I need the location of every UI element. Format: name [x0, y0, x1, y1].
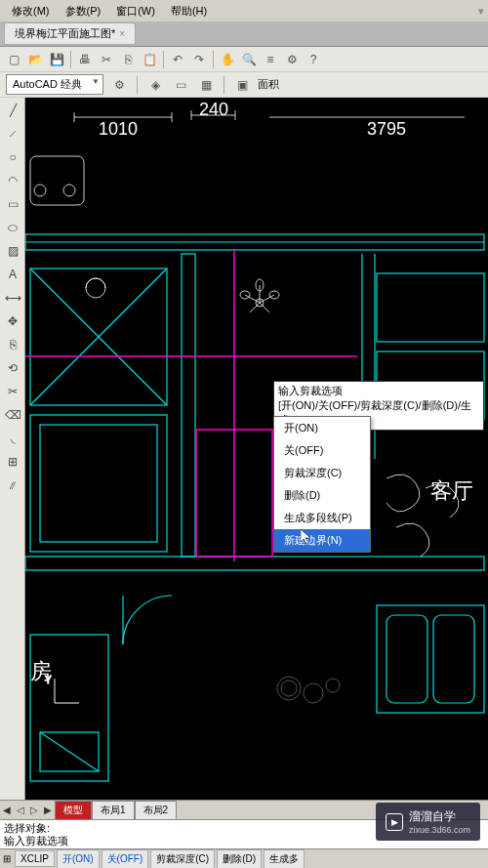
save-icon[interactable]: 💾 [47, 50, 66, 69]
tab-nav-next[interactable]: ▷ [27, 805, 41, 815]
status-delete[interactable]: 删除(D) [217, 849, 262, 869]
block-icon[interactable]: ▭ [171, 75, 190, 95]
context-item-on[interactable]: 开(ON) [274, 417, 370, 439]
status-xclip[interactable]: XCLIP [15, 850, 55, 867]
dim-icon[interactable]: ⟷ [2, 287, 23, 309]
status-gen[interactable]: 生成多 [264, 849, 305, 869]
new-icon[interactable]: ▢ [4, 50, 23, 69]
array-icon[interactable]: ⊞ [2, 451, 23, 473]
svg-line-25 [40, 732, 99, 771]
svg-rect-9 [182, 254, 195, 557]
svg-rect-23 [30, 635, 108, 781]
context-item-off[interactable]: 关(OFF) [274, 439, 370, 462]
svg-rect-22 [433, 615, 474, 703]
context-item-depth[interactable]: 剪裁深度(C) [274, 462, 370, 484]
hatch-icon[interactable]: ▦ [196, 75, 216, 95]
ellipse-icon[interactable]: ⬭ [2, 217, 23, 238]
circle-icon[interactable]: ○ [2, 146, 23, 168]
svg-text:Y: Y [45, 675, 52, 685]
draw-toolbar: ╱ ⟋ ○ ◠ ▭ ⬭ ▨ A ⟷ ✥ ⎘ ⟲ ✂ ⌫ ◟ ⊞ ⫽ [0, 98, 25, 800]
tab-nav-last[interactable]: ▶ [41, 805, 55, 815]
layers-icon[interactable]: ≡ [261, 50, 280, 69]
gear-icon[interactable]: ⚙ [109, 75, 129, 95]
zoom-icon[interactable]: 🔍 [239, 50, 259, 69]
main-toolbar: ▢ 📂 💾 🖶 ✂ ⎘ 📋 ↶ ↷ ✋ 🔍 ≡ ⚙ ? [0, 47, 488, 72]
polyline-icon[interactable]: ⟋ [2, 123, 23, 145]
svg-point-41 [326, 679, 340, 692]
svg-rect-30 [30, 156, 84, 205]
svg-rect-21 [386, 615, 427, 703]
context-item-boundary[interactable]: 新建边界(N) [274, 529, 370, 552]
menu-params[interactable]: 参数(P) [58, 2, 109, 21]
tab-layout1[interactable]: 布局1 [92, 801, 135, 820]
tab-model[interactable]: 模型 [55, 801, 92, 820]
arc-icon[interactable]: ◠ [2, 170, 23, 191]
menu-help[interactable]: 帮助(H) [163, 2, 215, 21]
document-tabbar: 境界梅江平面施工图* × [0, 21, 488, 47]
pan-icon[interactable]: ✋ [218, 50, 237, 69]
dim-1010: 1010 [99, 119, 138, 139]
status-bar: ⊞ XCLIP 开(ON) 关(OFF) 剪裁深度(C) 删除(D) 生成多 [0, 848, 488, 868]
svg-rect-10 [25, 557, 484, 570]
area-icon[interactable]: ▣ [232, 75, 252, 95]
hatch-tool-icon[interactable]: ▨ [2, 240, 23, 262]
workspace: ╱ ⟋ ○ ◠ ▭ ⬭ ▨ A ⟷ ✥ ⎘ ⟲ ✂ ⌫ ◟ ⊞ ⫽ [0, 98, 488, 800]
copy-tool-icon[interactable]: ⎘ [2, 334, 23, 355]
document-tab[interactable]: 境界梅江平面施工图* × [4, 22, 136, 45]
properties-icon[interactable]: ⚙ [282, 50, 302, 69]
menubar: 修改(M) 参数(P) 窗口(W) 帮助(H) ▾ [0, 0, 488, 21]
cut-icon[interactable]: ✂ [97, 50, 116, 69]
area-label: 面积 [258, 77, 279, 92]
watermark: ▶ 溜溜自学 zixue.3d66.com [376, 803, 480, 841]
tab-close-icon[interactable]: × [119, 28, 125, 39]
trim-icon[interactable]: ✂ [2, 381, 23, 402]
move-icon[interactable]: ✥ [2, 310, 23, 332]
status-depth[interactable]: 剪裁深度(C) [150, 849, 215, 869]
svg-point-31 [34, 185, 46, 196]
svg-rect-15 [40, 425, 157, 542]
tab-nav-first[interactable]: ◀ [0, 805, 14, 815]
status-off[interactable]: 关(OFF) [102, 849, 149, 869]
tab-layout2[interactable]: 布局2 [135, 801, 178, 820]
copy-icon[interactable]: ⎘ [118, 50, 138, 69]
text-icon[interactable]: A [2, 264, 23, 285]
print-icon[interactable]: 🖶 [75, 50, 95, 69]
svg-rect-14 [30, 415, 167, 552]
fillet-icon[interactable]: ◟ [2, 428, 23, 449]
rotate-icon[interactable]: ⟲ [2, 357, 23, 379]
open-icon[interactable]: 📂 [25, 50, 45, 69]
menu-modify[interactable]: 修改(M) [4, 2, 58, 21]
menu-window[interactable]: 窗口(W) [108, 2, 163, 21]
undo-icon[interactable]: ↶ [168, 50, 187, 69]
watermark-sub: zixue.3d66.com [409, 825, 470, 835]
context-title: 输入剪裁选项 [278, 384, 479, 398]
tab-title: 境界梅江平面施工图* [15, 26, 115, 41]
status-on[interactable]: 开(ON) [57, 849, 100, 869]
layer-icon[interactable]: ◈ [145, 75, 165, 95]
rect-icon[interactable]: ▭ [2, 193, 23, 215]
context-menu: 开(ON) 关(OFF) 剪裁深度(C) 删除(D) 生成多段线(P) 新建边界… [273, 416, 371, 553]
svg-point-32 [63, 185, 75, 196]
svg-point-40 [304, 683, 323, 703]
tab-nav-prev[interactable]: ◁ [14, 805, 27, 815]
style-toolbar: AutoCAD 经典 ⚙ ◈ ▭ ▦ ▣ 面积 [0, 72, 488, 98]
context-item-polyline[interactable]: 生成多段线(P) [274, 507, 370, 529]
paste-icon[interactable]: 📋 [140, 50, 159, 69]
redo-icon[interactable]: ↷ [189, 50, 209, 69]
menu-right-icon[interactable]: ▾ [478, 5, 484, 18]
watermark-title: 溜溜自学 [409, 808, 470, 825]
erase-icon[interactable]: ⌫ [2, 404, 23, 426]
label-living: 客厅 [430, 478, 473, 503]
svg-rect-18 [377, 273, 484, 342]
drawing-canvas[interactable]: 1010 240 3795 [25, 98, 488, 800]
line-icon[interactable]: ╱ [2, 100, 23, 121]
dim-240: 240 [199, 100, 228, 119]
offset-icon[interactable]: ⫽ [2, 475, 23, 496]
svg-point-38 [277, 677, 301, 700]
context-item-delete[interactable]: 删除(D) [274, 484, 370, 507]
dim-3795: 3795 [367, 119, 406, 139]
svg-point-39 [281, 681, 297, 696]
status-handle-icon[interactable]: ⊞ [0, 853, 14, 864]
workspace-dropdown[interactable]: AutoCAD 经典 [6, 74, 103, 95]
help-icon[interactable]: ? [304, 50, 323, 69]
